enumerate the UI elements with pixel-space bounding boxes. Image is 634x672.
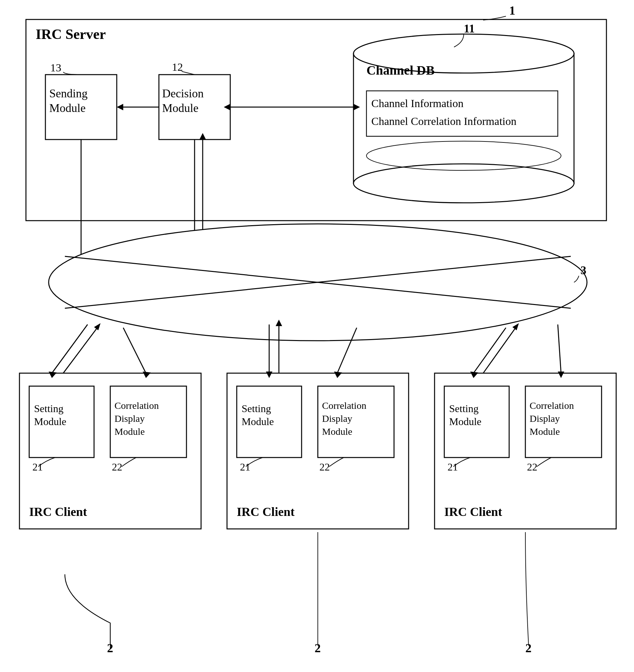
- svg-text:2: 2: [526, 641, 532, 655]
- svg-text:Module: Module: [115, 426, 145, 437]
- svg-rect-11: [45, 75, 117, 140]
- svg-text:13: 13: [50, 62, 61, 74]
- svg-text:12: 12: [172, 61, 183, 73]
- svg-text:1: 1: [509, 4, 515, 17]
- svg-text:Module: Module: [49, 101, 86, 115]
- svg-marker-70: [143, 372, 151, 378]
- svg-text:IRC Client: IRC Client: [444, 505, 502, 518]
- svg-text:21: 21: [447, 461, 458, 473]
- svg-text:Channel Correlation Informatio: Channel Correlation Information: [371, 115, 517, 127]
- svg-text:Setting: Setting: [449, 403, 479, 414]
- svg-line-31: [65, 256, 571, 308]
- svg-marker-27: [199, 133, 206, 140]
- svg-marker-84: [512, 323, 519, 330]
- server-label: IRC Server: [36, 26, 106, 42]
- svg-marker-22: [353, 104, 360, 110]
- svg-point-3: [353, 34, 574, 73]
- svg-text:2: 2: [315, 641, 321, 655]
- svg-rect-57: [444, 386, 509, 458]
- diagram-container: IRC Server 1 11 Channel DB Channel Infor…: [0, 0, 634, 672]
- svg-line-79: [473, 328, 506, 373]
- svg-point-4: [353, 164, 574, 203]
- svg-rect-60: [526, 386, 602, 458]
- svg-text:IRC Client: IRC Client: [237, 505, 295, 518]
- svg-marker-72: [94, 323, 100, 330]
- svg-marker-25: [191, 240, 198, 247]
- svg-rect-46: [237, 386, 301, 458]
- svg-text:IRC Client: IRC Client: [29, 505, 87, 518]
- svg-line-77: [337, 328, 357, 373]
- svg-marker-23: [224, 104, 230, 110]
- svg-text:Module: Module: [162, 101, 198, 115]
- svg-point-30: [49, 224, 587, 341]
- svg-text:Channel DB: Channel DB: [366, 63, 435, 77]
- svg-line-71: [63, 328, 97, 373]
- svg-rect-45: [227, 373, 409, 529]
- svg-text:2: 2: [107, 641, 113, 655]
- svg-line-32: [65, 256, 571, 308]
- svg-line-83: [483, 328, 516, 373]
- svg-text:Setting: Setting: [34, 403, 64, 414]
- svg-text:Correlation: Correlation: [530, 400, 574, 411]
- svg-text:Channel Information: Channel Information: [371, 97, 463, 109]
- svg-text:3: 3: [581, 264, 586, 277]
- svg-rect-34: [20, 373, 201, 529]
- svg-rect-38: [110, 386, 187, 458]
- svg-text:Decision: Decision: [162, 87, 204, 100]
- svg-marker-74: [266, 372, 272, 378]
- svg-rect-49: [318, 386, 394, 458]
- svg-text:Module: Module: [34, 416, 67, 427]
- svg-line-69: [123, 328, 146, 373]
- svg-text:Module: Module: [242, 416, 274, 427]
- svg-rect-56: [435, 373, 616, 529]
- svg-line-67: [52, 324, 88, 373]
- svg-marker-68: [49, 372, 57, 378]
- svg-text:22: 22: [527, 461, 537, 473]
- svg-text:Correlation: Correlation: [322, 400, 366, 411]
- svg-marker-20: [117, 104, 123, 110]
- svg-text:21: 21: [32, 461, 43, 473]
- svg-marker-78: [334, 372, 342, 378]
- svg-text:22: 22: [319, 461, 330, 473]
- svg-marker-76: [276, 320, 282, 326]
- svg-text:Display: Display: [115, 413, 145, 424]
- svg-text:22: 22: [112, 461, 122, 473]
- svg-text:Module: Module: [322, 426, 352, 437]
- svg-text:Setting: Setting: [242, 403, 271, 414]
- svg-text:Sending: Sending: [49, 87, 88, 100]
- svg-line-81: [558, 324, 561, 373]
- svg-rect-0: [26, 20, 606, 221]
- svg-rect-15: [159, 75, 230, 140]
- svg-point-5: [366, 141, 561, 170]
- svg-marker-82: [558, 372, 564, 378]
- svg-text:Module: Module: [530, 426, 560, 437]
- svg-text:21: 21: [240, 461, 250, 473]
- svg-text:Correlation: Correlation: [115, 400, 159, 411]
- diagram-svg: IRC Server 1 11 Channel DB Channel Infor…: [0, 0, 634, 672]
- svg-text:Display: Display: [530, 413, 560, 424]
- svg-text:Module: Module: [449, 416, 482, 427]
- svg-rect-35: [29, 386, 94, 458]
- svg-text:11: 11: [464, 22, 475, 35]
- svg-rect-8: [366, 91, 558, 136]
- svg-rect-2: [353, 53, 574, 183]
- svg-text:Display: Display: [322, 413, 352, 424]
- svg-marker-29: [78, 260, 84, 266]
- svg-marker-80: [470, 372, 478, 378]
